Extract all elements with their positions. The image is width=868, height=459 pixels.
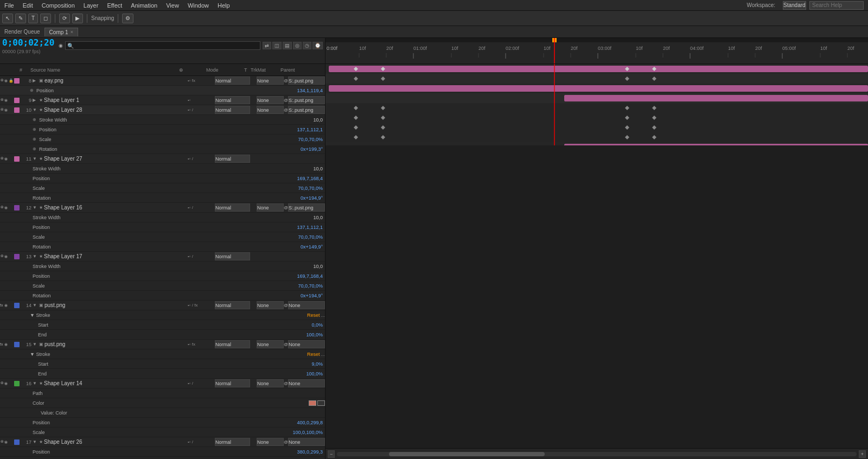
trkmat-select[interactable]: None [257, 203, 284, 212]
parent-select[interactable]: S:.pust.png [288, 76, 325, 85]
menu-file[interactable]: File [0, 2, 18, 9]
prop-value[interactable]: 10,0 [313, 166, 325, 171]
layer-color-swatch[interactable] [14, 381, 20, 386]
trkmat-select[interactable]: None [257, 106, 284, 114]
eye-icon[interactable]: 👁 [0, 78, 4, 83]
color-swatch2[interactable] [317, 400, 325, 406]
trkmat-select[interactable]: None [257, 301, 284, 309]
prop-value[interactable]: 100,0% [306, 332, 325, 337]
layer-name[interactable]: Shape Layer 14 [44, 380, 188, 386]
prop-value[interactable]: 137,1,112,1 [297, 127, 325, 132]
expand-arrow[interactable]: ▼ [33, 205, 39, 210]
menu-view[interactable]: View [162, 2, 183, 9]
trkmat-select[interactable]: None [257, 96, 284, 104]
mode-select[interactable]: Normal [215, 301, 250, 309]
mode-select[interactable]: Normal [215, 340, 250, 348]
reset-btn[interactable]: Reset [307, 352, 321, 357]
expand-arrow[interactable]: ▼ [33, 107, 39, 112]
trkmat-select[interactable]: None [257, 379, 284, 387]
layer-color-swatch[interactable] [14, 254, 20, 259]
prop-value[interactable]: 70,0,70,0% [298, 186, 325, 191]
menu-composition[interactable]: Composition [37, 2, 79, 9]
eye-icon[interactable]: 👁 [0, 98, 4, 103]
zoom-out-btn[interactable]: − [328, 450, 335, 458]
prop-value[interactable]: 400,0,299,8 [297, 420, 325, 425]
layer-color-swatch[interactable] [14, 303, 20, 308]
toolbar-pen-btn[interactable]: ✎ [15, 14, 26, 23]
prop-value[interactable]: 70,0,70,0% [298, 234, 325, 240]
toolbar-camera-btn[interactable]: ⟳ [59, 14, 70, 23]
expand-arrow[interactable]: ▼ [33, 381, 39, 386]
prop-value[interactable]: 70,0,70,0% [298, 283, 325, 289]
timeline-scrollbar[interactable] [337, 452, 856, 456]
layer-color-swatch[interactable] [14, 439, 20, 445]
layer-name[interactable]: pust.png [44, 302, 188, 308]
search-help-input[interactable] [809, 1, 864, 10]
solo-icon[interactable]: ◉ [4, 254, 9, 259]
menu-window[interactable]: Window [183, 2, 213, 9]
prop-value[interactable]: 0x+149,9° [301, 244, 325, 250]
comp-tab[interactable]: Comp 1 × [44, 28, 78, 36]
trkmat-select[interactable]: None [257, 76, 284, 85]
toolbar-text-btn[interactable]: T [28, 14, 38, 23]
render-queue-tab[interactable]: Render Queue [0, 28, 44, 36]
toolbar-misc-btn[interactable]: ⚙ [122, 14, 133, 23]
prop-value[interactable]: 169,7,168,4 [297, 273, 325, 279]
parent-select[interactable]: S:.pust.png [288, 96, 325, 104]
expand-arrow[interactable]: ▶ [33, 98, 39, 103]
layer-color-swatch[interactable] [14, 205, 20, 211]
menu-effect[interactable]: Effect [103, 2, 126, 9]
layer-color-swatch[interactable] [14, 78, 20, 84]
comp-ctrl-btn3[interactable]: ▤ [283, 42, 292, 49]
toolbar-preview-btn[interactable]: ▶ [72, 14, 83, 23]
solo-icon[interactable]: ◉ [4, 303, 9, 308]
comp-ctrl-btn5[interactable]: ◷ [303, 42, 311, 49]
prop-value[interactable]: 10,0 [313, 215, 325, 220]
parent-select[interactable]: None [288, 438, 325, 446]
prop-value[interactable]: 380,0,299,3 [297, 449, 325, 455]
prop-value[interactable]: 10,0 [313, 117, 325, 123]
comp-ctrl-btn6[interactable]: ⌚ [312, 42, 323, 49]
layer-color-swatch[interactable] [14, 98, 20, 103]
tracks-area[interactable] [326, 64, 868, 448]
scrollbar-thumb[interactable] [389, 452, 545, 456]
comp-tab-close[interactable]: × [71, 29, 73, 35]
eye-icon[interactable]: 👁 [0, 156, 4, 161]
expand-arrow[interactable]: ▼ [33, 254, 39, 259]
prop-value[interactable]: 134,1,119,4 [297, 88, 325, 93]
search-comp-input[interactable] [65, 41, 260, 50]
prop-value[interactable]: 0x+199,3° [301, 146, 325, 152]
solo-icon[interactable]: ◉ [4, 342, 9, 347]
fx-icon[interactable]: fx [0, 342, 4, 346]
layer-color-swatch[interactable] [14, 107, 20, 113]
eye-icon[interactable]: 👁 [0, 439, 4, 444]
expand-arrow[interactable]: ▶ [33, 78, 39, 83]
solo-icon[interactable]: ◉ [4, 79, 9, 83]
prop-value[interactable]: 137,1,112,1 [297, 225, 325, 230]
menu-edit[interactable]: Edit [18, 2, 37, 9]
parent-select[interactable]: None [288, 379, 325, 387]
prop-value[interactable]: 9,0% [311, 361, 325, 367]
layer-name[interactable]: Shape Layer 27 [44, 156, 188, 162]
eye-icon[interactable]: 👁 [0, 381, 4, 386]
layer-color-swatch[interactable] [14, 342, 20, 347]
layer-name[interactable]: Shape Layer 1 [44, 97, 188, 103]
eye-icon[interactable]: 👁 [0, 254, 4, 259]
prop-value[interactable]: 169,7,168,4 [297, 176, 325, 181]
zoom-in-btn[interactable]: + [859, 450, 866, 458]
toolbar-select-btn[interactable]: ↖ [2, 14, 13, 23]
mode-select[interactable]: Normal [215, 252, 250, 260]
layer-name[interactable]: Shape Layer 28 [44, 107, 188, 113]
layer-color-swatch[interactable] [14, 156, 20, 162]
mode-select[interactable]: Normal [215, 106, 250, 114]
reset-btn[interactable]: Reset [307, 313, 321, 318]
comp-ctrl-btn1[interactable]: ⇄ [263, 42, 271, 49]
prop-value[interactable]: 100,0,100,0% [292, 430, 325, 435]
prop-value[interactable]: 0,0% [311, 322, 325, 328]
parent-select[interactable]: S:.pust.png [288, 106, 325, 114]
layer-name[interactable]: Shape Layer 17 [44, 253, 188, 259]
trkmat-select[interactable]: None [257, 438, 284, 446]
solo-icon[interactable]: ◉ [4, 157, 9, 161]
comp-ctrl-btn4[interactable]: ◎ [293, 42, 302, 49]
prop-value[interactable]: 0x+194,9° [301, 195, 325, 201]
